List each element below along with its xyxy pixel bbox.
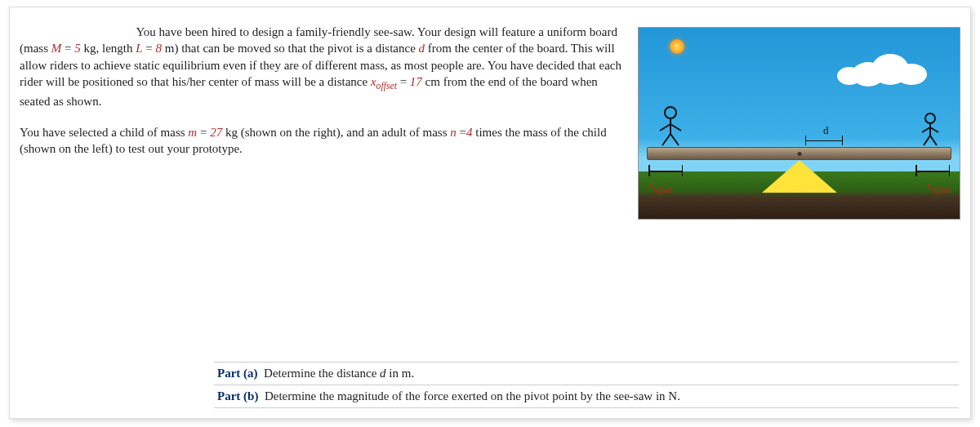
adult-n-symbol: n	[450, 126, 457, 139]
part-b-row: Part (b) Determine the magnitude of the …	[214, 385, 959, 408]
xoffset-x-symbol: x	[371, 75, 376, 88]
length-L-symbol: L	[136, 42, 142, 55]
part-b-label: Part (b)	[217, 389, 258, 403]
child-mass-unit: kg (shown on the right), and an adult of…	[222, 126, 450, 139]
cloud-icon	[837, 49, 935, 87]
part-a-label: Part (a)	[217, 367, 258, 380]
child-stick-figure	[920, 113, 940, 147]
top-area: You have been hired to design a family-f…	[20, 24, 960, 220]
svg-line-10	[924, 136, 930, 145]
xoffset-right-label: xoffset	[927, 180, 950, 194]
child-mass-symbol: m	[188, 126, 197, 139]
svg-line-8	[922, 127, 930, 132]
mass-M-value: 5	[74, 42, 81, 55]
length-L-unit: m) that can be moved so that the pivot i…	[162, 42, 419, 55]
xoffset-left-label: xoffset	[648, 180, 671, 194]
svg-line-2	[660, 124, 670, 131]
svg-line-4	[662, 134, 670, 145]
xoffset-left-bar	[648, 165, 683, 176]
paragraph-2: You have selected a child of mass m = 27…	[20, 124, 626, 158]
svg-line-11	[930, 136, 937, 145]
mass-M-symbol: M	[51, 42, 62, 55]
adult-n-value: 4	[466, 126, 473, 139]
eq5: =	[457, 126, 466, 139]
pivot-triangle	[762, 160, 837, 193]
svg-line-5	[670, 134, 679, 145]
p2a: You have selected a child of mass	[20, 126, 188, 139]
part-a-row: Part (a) Determine the distance d in m.	[214, 362, 959, 385]
svg-point-6	[925, 113, 935, 123]
adult-stick-figure	[658, 106, 683, 147]
distance-d-symbol: d	[419, 42, 425, 55]
d-dimension-bar	[805, 136, 843, 145]
svg-line-9	[930, 127, 938, 132]
mass-M-unit: kg, length	[81, 42, 136, 55]
part-b-text: Determine the magnitude of the force exe…	[265, 389, 680, 403]
part-a-text: Determine the distance	[264, 367, 380, 380]
problem-text: You have been hired to design a family-f…	[20, 24, 626, 220]
paragraph-1: You have been hired to design a family-f…	[20, 24, 626, 109]
eq4: =	[197, 126, 210, 139]
eq3: =	[397, 75, 410, 88]
eq2: =	[143, 42, 156, 55]
xoffset-value: 17	[410, 75, 422, 88]
xoffset-sub: offset	[376, 81, 397, 91]
pivot-dot	[797, 152, 801, 156]
part-a-var: d	[380, 367, 386, 380]
xoffset-sub-left: offset	[654, 185, 672, 194]
svg-line-3	[670, 124, 681, 131]
svg-point-0	[665, 107, 676, 118]
length-L-value: 8	[156, 42, 163, 55]
child-mass-value: 27	[210, 126, 222, 139]
xoffset-right-bar	[915, 165, 950, 176]
problem-page: You have been hired to design a family-f…	[9, 7, 971, 419]
eq: =	[61, 42, 74, 55]
parts-table: Part (a) Determine the distance d in m. …	[214, 362, 959, 408]
part-a-tail: in m.	[386, 367, 415, 380]
xoffset-sub-right: offset	[932, 185, 950, 194]
sun-icon	[670, 39, 684, 54]
seesaw-diagram: d xoffset xoffset	[638, 27, 960, 220]
